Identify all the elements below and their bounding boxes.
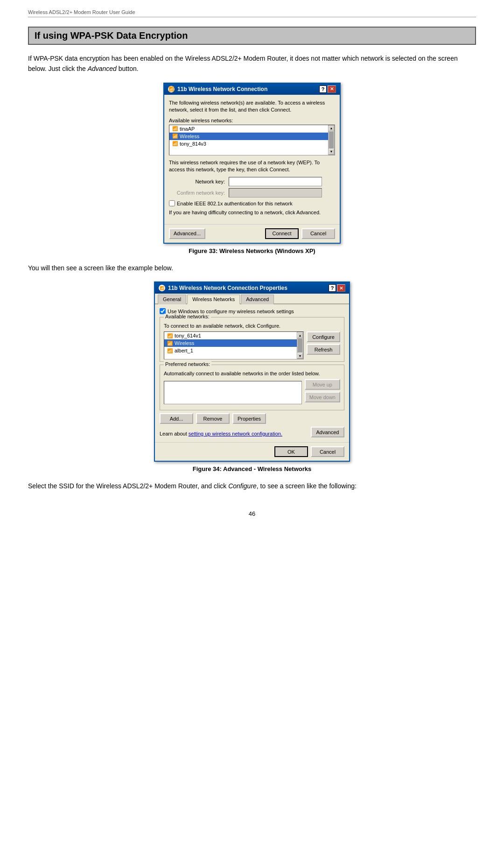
preferred-list-area — [164, 379, 302, 406]
dialog2-title-text: 11b Wireless Network Connection Properti… — [168, 285, 287, 291]
dialog2-help-btn[interactable]: ? — [329, 284, 336, 292]
available-section-buttons: Configure Refresh — [307, 331, 340, 355]
network-icon-a1: 📶 — [167, 333, 173, 338]
advanced-button-2[interactable]: Advanced — [311, 427, 344, 437]
dialog2-close-btn[interactable]: ✕ — [337, 284, 345, 292]
network-icon-1: 📶 — [172, 126, 178, 131]
scrollbar-1[interactable]: ▲ ▼ — [328, 125, 335, 155]
section-heading: If using WPA-PSK Data Encryption — [28, 27, 476, 45]
dialog-wireless-network-connection: 📶 11b Wireless Network Connection ? ✕ Th… — [163, 83, 341, 244]
network-item-tinaAP[interactable]: 📶 tinaAP — [169, 125, 328, 133]
tab-advanced[interactable]: Advanced — [241, 295, 274, 304]
learn-text-area: Learn about setting up wireless network … — [160, 430, 282, 437]
network-item-tony814[interactable]: 📶 tony_814v3 — [169, 140, 328, 148]
tab-wireless-networks[interactable]: Wireless Networks — [187, 295, 240, 304]
confirm-key-row: Confirm network key: — [169, 188, 335, 197]
paragraph-1: If WPA-PSK data encryption has been enab… — [28, 53, 476, 74]
network-item-albert1[interactable]: 📶 albert_1 — [164, 347, 297, 354]
dialog1-titlebar: 📶 11b Wireless Network Connection ? ✕ — [164, 84, 340, 95]
advanced-button-1[interactable]: Advanced... — [169, 228, 205, 239]
network-item-tony614[interactable]: 📶 tony_614v1 — [164, 332, 297, 339]
learn-link[interactable]: setting up wireless network configuratio… — [189, 431, 282, 436]
network-list-2: 📶 tony_614v1 📶 Wireless 📶 albert_1 — [164, 331, 304, 359]
available-section-title: Available networks: — [164, 314, 211, 319]
preferred-buttons: Move up Move down — [305, 379, 340, 406]
scroll-down-2[interactable]: ▼ — [297, 353, 303, 359]
available-section-desc: To connect to an available network, clic… — [164, 323, 340, 329]
tab-general[interactable]: General — [158, 295, 186, 304]
paragraph-3: Select the SSID for the Wireless ADSL2/2… — [28, 481, 476, 491]
network-icon-3: 📶 — [172, 141, 178, 146]
network-icon-a3: 📶 — [167, 348, 173, 353]
use-windows-label: Use Windows to configure my wireless net… — [168, 309, 294, 314]
dialog2-controls: ? ✕ — [329, 284, 345, 292]
figure-1-container: 📶 11b Wireless Network Connection ? ✕ Th… — [28, 83, 476, 254]
learn-prefix: Learn about — [160, 431, 189, 436]
dialog1-help-note: If you are having difficulty connecting … — [169, 209, 335, 216]
network-key-label: Network key: — [169, 179, 225, 184]
dialog1-title-left: 📶 11b Wireless Network Connection — [168, 86, 267, 92]
ieee-checkbox[interactable] — [169, 200, 175, 206]
scroll-down-1[interactable]: ▼ — [329, 149, 334, 155]
bottom-area: Learn about setting up wireless network … — [160, 427, 344, 437]
figure-1-caption: Figure 33: Wireless Networks (Windows XP… — [189, 247, 315, 254]
available-networks-section: Available networks: To connect to an ava… — [160, 317, 344, 362]
ok-button[interactable]: OK — [274, 446, 308, 457]
page-header: Wireless ADSL2/2+ Modem Router User Guid… — [28, 9, 476, 17]
refresh-button[interactable]: Refresh — [307, 344, 340, 355]
available-networks-label: Available wireless networks: — [169, 118, 335, 123]
dialog1-close-btn[interactable]: ✕ — [328, 85, 336, 93]
dialog2-tabs: General Wireless Networks Advanced — [155, 294, 349, 304]
dialog2-body: Use Windows to configure my wireless net… — [155, 308, 349, 442]
network-list-2-items: 📶 tony_614v1 📶 Wireless 📶 albert_1 — [164, 332, 297, 359]
network-list-1-items: 📶 tinaAP 📶 Wireless 📶 tony_814v3 — [169, 125, 328, 155]
header-text: Wireless ADSL2/2+ Modem Router User Guid… — [28, 9, 135, 15]
cancel-button-1[interactable]: Cancel — [301, 228, 335, 239]
network-list-1: 📶 tinaAP 📶 Wireless 📶 tony_814v3 ▲ — [169, 125, 335, 155]
confirm-key-input — [229, 188, 322, 197]
dialog1-note: This wireless network requires the use o… — [169, 159, 335, 174]
network-key-row: Network key: — [169, 177, 335, 186]
dialog1-help-btn[interactable]: ? — [319, 85, 327, 93]
preferred-networks-section: Preferred networks: Automatically connec… — [160, 365, 344, 410]
scroll-thumb-1[interactable] — [329, 132, 334, 148]
paragraph-2: You will then see a screen like the exam… — [28, 263, 476, 273]
dialog1-controls: ? ✕ — [319, 85, 336, 93]
ieee-checkbox-row[interactable]: Enable IEEE 802.1x authentication for th… — [169, 200, 335, 206]
cancel-button-2[interactable]: Cancel — [311, 446, 344, 457]
dialog-wireless-network-properties: 📶 11b Wireless Network Connection Proper… — [154, 281, 350, 462]
ieee-checkbox-label: Enable IEEE 802.1x authentication for th… — [177, 201, 293, 206]
dialog2-title-icon: 📶 — [159, 285, 165, 291]
preferred-section-title: Preferred networks: — [164, 361, 211, 367]
preferred-network-list — [164, 381, 302, 404]
scroll-thumb-2[interactable] — [298, 338, 302, 352]
network-icon-2: 📶 — [172, 134, 178, 139]
dialog1-footer: Advanced... Connect Cancel — [164, 224, 340, 243]
figure-2-caption: Figure 34: Advanced - Wireless Networks — [193, 465, 311, 472]
network-item-wireless[interactable]: 📶 Wireless — [169, 133, 328, 140]
available-section-inner: 📶 tony_614v1 📶 Wireless 📶 albert_1 — [164, 331, 340, 359]
configure-button[interactable]: Configure — [307, 331, 340, 342]
figure-2-container: 📶 11b Wireless Network Connection Proper… — [28, 281, 476, 472]
move-up-button[interactable]: Move up — [305, 379, 340, 390]
network-icon-a2: 📶 — [167, 341, 173, 346]
connect-button[interactable]: Connect — [265, 228, 299, 239]
network-item-wireless-2[interactable]: 📶 Wireless — [164, 339, 297, 347]
scroll-up-1[interactable]: ▲ — [329, 126, 334, 131]
dialog2-footer: OK Cancel — [155, 442, 349, 461]
remove-button[interactable]: Remove — [196, 413, 230, 424]
dialog2-titlebar: 📶 11b Wireless Network Connection Proper… — [155, 282, 349, 294]
properties-button[interactable]: Properties — [232, 413, 266, 424]
preferred-section-inner: Move up Move down — [164, 379, 340, 406]
pref-footer-btns: Add... Remove Properties — [160, 413, 344, 424]
dialog1-title-text: 11b Wireless Network Connection — [177, 86, 267, 92]
page-number: 46 — [28, 510, 476, 517]
dialog1-body: The following wireless network(s) are av… — [164, 95, 340, 224]
scroll-up-2[interactable]: ▲ — [297, 332, 303, 338]
dialog1-description: The following wireless network(s) are av… — [169, 99, 335, 114]
move-down-button[interactable]: Move down — [305, 392, 340, 402]
network-key-input[interactable] — [229, 177, 322, 186]
preferred-section-desc: Automatically connect to available netwo… — [164, 371, 340, 376]
scrollbar-2[interactable]: ▲ ▼ — [297, 332, 303, 359]
add-button[interactable]: Add... — [160, 413, 193, 424]
